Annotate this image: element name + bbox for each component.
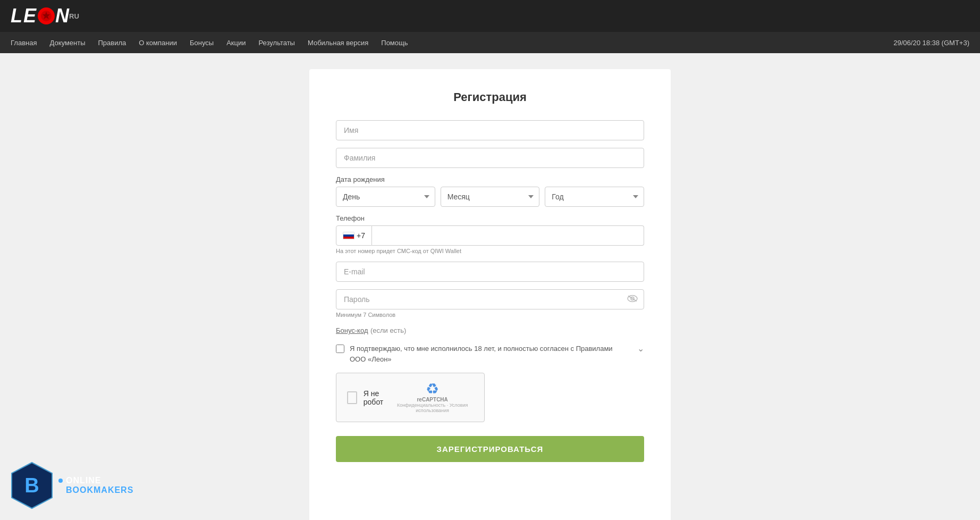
dob-day-select[interactable]: День [336,187,435,207]
logo-tld: RU [69,12,79,20]
nav-mobile[interactable]: Мобильная версия [308,39,368,47]
logo[interactable]: LE N RU [11,5,79,27]
first-name-group [336,120,644,140]
dob-month-select[interactable]: Месяц [441,187,540,207]
recaptcha-icon: ♻ [426,382,439,397]
logo-text: LE [11,5,37,27]
main-content: Регистрация Дата рождения День Месяц [0,53,980,520]
recaptcha-logo: ♻ reCAPTCHA Конфиденциальность · Условия… [391,382,474,413]
email-input[interactable] [336,262,644,282]
password-wrapper [336,289,644,309]
recaptcha-brand: reCAPTCHA [417,397,447,402]
nav-bonuses[interactable]: Бонусы [190,39,214,47]
watermark-online-row: ONLINE [58,476,133,485]
dob-year-select[interactable]: Год [545,187,644,207]
nav-about[interactable]: О компании [139,39,177,47]
watermark-hex-container: B [11,462,53,509]
nav-bar: Главная Документы Правила О компании Бон… [0,32,980,53]
phone-number-input[interactable] [372,225,644,246]
nav-docs[interactable]: Документы [49,39,85,47]
dob-group: Дата рождения День Месяц Год [336,175,644,207]
nav-promotions[interactable]: Акции [226,39,246,47]
phone-code: +7 [357,231,365,240]
terms-expand-icon[interactable]: ⌄ [637,343,644,354]
recaptcha-label: Я не робот [364,389,391,406]
password-group: Минимум 7 Символов [336,289,644,318]
watermark-bullet-icon [58,479,63,483]
password-input[interactable] [336,289,644,309]
bonus-code-group: Бонус-код (если есть) [336,325,644,335]
password-toggle-icon[interactable] [627,294,638,305]
dob-row: День Месяц Год [336,187,644,207]
logo-ball-icon [38,7,55,24]
recaptcha-checkbox[interactable] [347,391,357,404]
phone-hint: На этот номер придет СМС-код от QIWI Wal… [336,248,644,254]
recaptcha-links: Конфиденциальность · Условия использован… [391,402,474,413]
watermark-online: ONLINE [66,476,101,485]
nav-help[interactable]: Помощь [381,39,408,47]
nav-rules[interactable]: Правила [98,39,126,47]
datetime: 29/06/20 18:38 (GMT+3) [893,39,969,47]
watermark: B ONLINE BOOKMAKERS [11,462,133,509]
register-button[interactable]: ЗАРЕГИСТРИРОВАТЬСЯ [336,436,644,462]
first-name-input[interactable] [336,120,644,140]
last-name-input[interactable] [336,148,644,168]
email-group [336,262,644,282]
bonus-code-link[interactable]: Бонус-код [336,326,368,334]
terms-text: Я подтверждаю, что мне исполнилось 18 ле… [350,343,628,364]
logo-n: N [55,5,69,27]
phone-label: Телефон [336,214,644,222]
dob-label: Дата рождения [336,175,644,183]
ru-flag-icon [343,232,354,240]
terms-checkbox[interactable] [336,345,344,353]
header: LE N RU [0,0,980,32]
registration-title: Регистрация [336,90,644,104]
phone-group: Телефон +7 На этот номер придет СМС-код … [336,214,644,254]
registration-card: Регистрация Дата рождения День Месяц [309,69,671,520]
page-wrapper: Регистрация Дата рождения День Месяц [182,64,798,520]
watermark-text: ONLINE BOOKMAKERS [58,476,133,495]
terms-row: Я подтверждаю, что мне исполнилось 18 ле… [336,343,644,364]
phone-row: +7 [336,225,644,246]
recaptcha-left: Я не робот [347,389,391,406]
nav-home[interactable]: Главная [11,39,37,47]
password-hint: Минимум 7 Символов [336,312,644,318]
bonus-code-suffix: (если есть) [370,326,406,334]
nav-results[interactable]: Результаты [258,39,294,47]
nav-links: Главная Документы Правила О компании Бон… [11,39,408,47]
watermark-letter: B [24,474,39,497]
watermark-bookmakers: BOOKMAKERS [66,485,133,495]
phone-prefix[interactable]: +7 [336,225,372,246]
recaptcha-box: Я не робот ♻ reCAPTCHA Конфиденциальност… [336,373,485,422]
last-name-group [336,148,644,168]
